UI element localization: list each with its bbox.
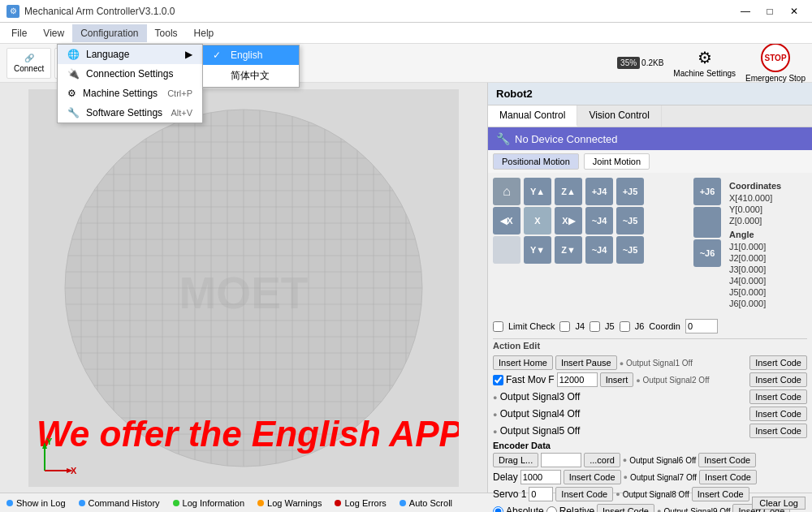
cord-button[interactable]: ...cord	[584, 453, 620, 467]
status-log-information[interactable]: Log Information	[173, 498, 244, 508]
menu-bar: File View Configuration Tools Help 🌐 Lan…	[0, 23, 812, 44]
dot-show-in-log	[6, 500, 13, 506]
menu-tools[interactable]: Tools	[147, 24, 186, 42]
fast-move-value[interactable]	[557, 372, 598, 387]
menu-view[interactable]: View	[35, 24, 72, 42]
menu-connection-settings[interactable]: 🔌 Connection Settings	[58, 64, 202, 84]
menu-software-settings[interactable]: 🔧 Software Settings Alt+V	[58, 103, 202, 123]
y-minus-button[interactable]: Y▼	[524, 236, 551, 264]
menu-machine-settings[interactable]: ⚙ Machine Settings Ctrl+P	[58, 84, 202, 103]
j5-checkbox[interactable]	[590, 321, 600, 332]
j6-minus-button[interactable]: ~J6	[693, 239, 721, 267]
absolute-radio[interactable]	[493, 506, 503, 513]
status-command-history[interactable]: Command History	[79, 498, 160, 508]
cpu-percent: 35%	[617, 57, 640, 69]
j5-minus-button[interactable]: ~J5	[616, 207, 644, 234]
tab-joint-motion[interactable]: Joint Motion	[584, 153, 650, 170]
menu-file[interactable]: File	[3, 24, 35, 42]
z-minus-button[interactable]: Z▼	[555, 236, 582, 264]
command-history-label: Command History	[89, 498, 160, 508]
relative-radio[interactable]	[546, 506, 557, 513]
connection-icon: 🔌	[67, 68, 80, 80]
status-show-in-log[interactable]: Show in Log	[6, 498, 66, 508]
minimize-button[interactable]: —	[734, 3, 757, 19]
j4-plus-button[interactable]: +J4	[585, 178, 613, 205]
tab-positional-motion[interactable]: Positional Motion	[493, 153, 579, 170]
fast-move-checkbox[interactable]	[493, 375, 503, 385]
dot-log-errors	[335, 500, 341, 506]
machine-settings-label: Machine Settings	[673, 69, 736, 78]
insert-code-1[interactable]: Insert Code	[749, 355, 807, 370]
lang-chinese[interactable]: 简体中文	[203, 65, 299, 87]
insert-code-2[interactable]: Insert Code	[749, 372, 807, 387]
lang-english[interactable]: ✓ English	[203, 45, 299, 65]
j6-plus-button[interactable]: +J6	[693, 178, 721, 205]
tab-vision-control[interactable]: Vision Control	[577, 105, 661, 127]
action-section: Action Edit Insert Home Insert Pause ● O…	[488, 335, 812, 512]
insert-code-7[interactable]: Insert Code	[699, 470, 757, 484]
insert-button[interactable]: Insert	[600, 372, 634, 387]
device-status-bar: 🔧 No Device Connected	[488, 127, 812, 150]
insert-pause-button[interactable]: Insert Pause	[555, 355, 617, 370]
insert-code-8[interactable]: Insert Code	[692, 487, 749, 501]
insert-code-3[interactable]: Insert Code	[749, 389, 807, 404]
servo-insert-code[interactable]: Insert Code	[555, 487, 613, 501]
status-auto-scroll[interactable]: Auto Scroll	[400, 498, 452, 508]
insert-code-5[interactable]: Insert Code	[749, 424, 807, 438]
menu-language[interactable]: 🌐 Language ▶ ✓ English 简体中文	[58, 45, 202, 64]
coordinates-section: Coordinates X[410.000] Y[0.000] Z[0.000]…	[726, 178, 807, 312]
lang-english-label: English	[231, 49, 262, 61]
limit-check-checkbox[interactable]	[493, 321, 503, 332]
machine-settings-toolbar-button[interactable]: ⚙ Machine Settings	[673, 48, 736, 78]
status-log-warnings[interactable]: Log Warnings	[257, 498, 322, 508]
center-button[interactable]: X	[524, 207, 551, 234]
coordin-input[interactable]	[685, 319, 718, 333]
insert-code-6[interactable]: Insert Code	[698, 453, 756, 467]
coordinates-label: Coordinates	[729, 181, 804, 191]
j4-tilde-button[interactable]: ~J4	[585, 236, 613, 264]
insert-home-button[interactable]: Insert Home	[493, 355, 553, 370]
maximize-button[interactable]: □	[758, 3, 781, 19]
coord-y: Y[0.000]	[729, 204, 804, 215]
insert-code-4[interactable]: Insert Code	[749, 407, 807, 421]
coord-j5: J5[0.000]	[729, 286, 804, 298]
emergency-stop-button[interactable]: STOP Emergency Stop	[745, 43, 806, 83]
coord-x: X[410.000]	[729, 192, 804, 204]
svg-text:X: X	[71, 466, 77, 475]
y-plus-button[interactable]: Y▲	[524, 178, 551, 205]
action-row-5: ● Output Signal5 Off Insert Code	[493, 424, 807, 438]
delay-insert-code[interactable]: Insert Code	[564, 470, 621, 484]
j5-plus-button[interactable]: +J5	[616, 178, 644, 205]
delay-label: Delay	[493, 471, 518, 483]
connect-button[interactable]: 🔗 Connect	[6, 48, 51, 79]
device-status-text: No Device Connected	[515, 133, 617, 145]
delay-row: Delay Insert Code ● Output Signal7 Off I…	[493, 470, 807, 484]
j5-tilde-button[interactable]: ~J5	[616, 236, 644, 264]
fast-move-label: Fast Mov	[506, 374, 546, 385]
z-plus-button[interactable]: Z▲	[555, 178, 582, 205]
home-button[interactable]: ⌂	[493, 178, 520, 205]
output-signal3: ● Output Signal3 Off	[493, 391, 747, 402]
close-button[interactable]: ✕	[783, 3, 806, 19]
menu-configuration[interactable]: Configuration	[72, 24, 146, 42]
delay-input[interactable]	[520, 470, 561, 484]
drag-button[interactable]: Drag L...	[493, 453, 538, 467]
tab-manual-control[interactable]: Manual Control	[488, 105, 577, 127]
j4-checkbox[interactable]	[559, 321, 570, 332]
x-minus-button[interactable]: ◀X	[493, 207, 520, 234]
servo-input[interactable]	[529, 487, 553, 501]
limit-check-row: Limit Check J4 J5 J6 Coordin	[488, 317, 812, 335]
coord-j3: J3[0.000]	[729, 264, 804, 275]
j6-checkbox[interactable]	[620, 321, 630, 332]
log-warnings-label: Log Warnings	[267, 498, 322, 508]
encoder-data-label: Encoder Data	[493, 441, 551, 450]
status-log-errors[interactable]: Log Errors	[335, 498, 386, 508]
control-tabs: Manual Control Vision Control	[488, 105, 812, 127]
menu-help[interactable]: Help	[186, 24, 222, 42]
coord-j1: J1[0.000]	[729, 241, 804, 252]
abs-rel-insert-code[interactable]: Insert Code	[597, 504, 654, 512]
drag-input[interactable]	[541, 453, 581, 467]
j4-minus-button[interactable]: ~J4	[585, 207, 613, 234]
x-plus-button[interactable]: X▶	[555, 207, 582, 234]
clear-log-button[interactable]: Clear Log	[752, 497, 806, 510]
